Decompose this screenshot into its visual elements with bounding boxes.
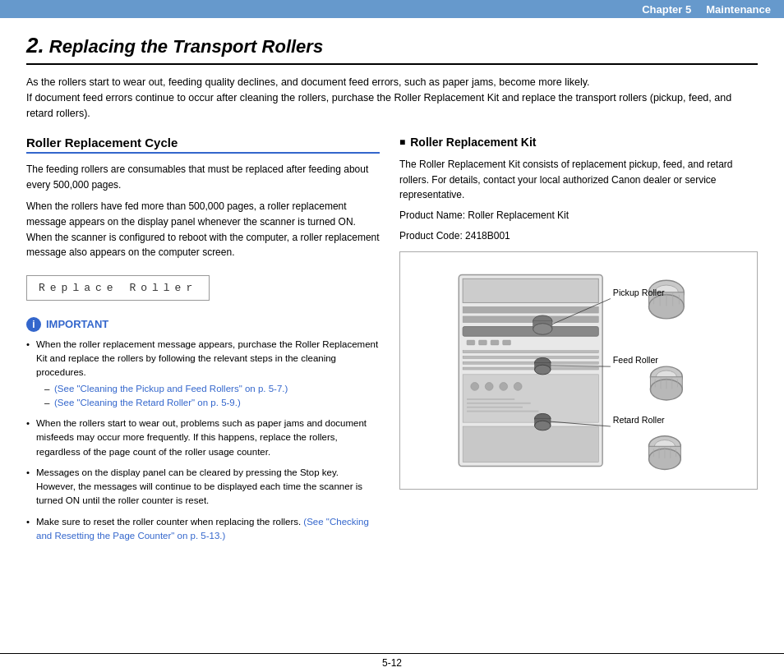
svg-rect-3 <box>463 316 598 323</box>
list-item: Make sure to reset the roller counter wh… <box>26 515 380 544</box>
left-column: Roller Replacement Cycle The feeding rol… <box>26 136 380 550</box>
svg-rect-9 <box>463 351 598 353</box>
svg-point-33 <box>535 421 551 430</box>
svg-rect-7 <box>491 340 499 345</box>
svg-rect-12 <box>463 367 598 370</box>
svg-rect-8 <box>503 340 511 345</box>
svg-rect-10 <box>463 357 598 359</box>
product-name: Product Name: Roller Replacement Kit <box>399 208 758 223</box>
kit-heading: Roller Replacement Kit <box>399 136 758 149</box>
svg-text:Pickup Roller: Pickup Roller <box>613 288 665 297</box>
scanner-illustration: Pickup Roller Feed Roller Retard Roller <box>407 259 750 482</box>
svg-point-17 <box>514 383 522 391</box>
svg-text:Feed Roller: Feed Roller <box>613 355 659 365</box>
sub-list-1: (See "Cleaning the Pickup and Feed Rolle… <box>44 382 380 411</box>
svg-rect-4 <box>463 327 598 337</box>
roller-diagram: Pickup Roller Feed Roller Retard Roller <box>399 251 758 490</box>
svg-rect-2 <box>463 307 598 314</box>
sub-list-item: (See "Cleaning the Retard Roller" on p. … <box>44 396 380 410</box>
right-column: Roller Replacement Kit The Roller Replac… <box>399 136 758 550</box>
svg-rect-1 <box>463 279 598 303</box>
svg-rect-22 <box>463 426 598 463</box>
section-label: Maintenance <box>706 3 771 16</box>
important-label: i IMPORTANT <box>26 317 380 332</box>
display-panel-box: Replace Roller <box>26 275 210 301</box>
item-text-1: When the roller replacement message appe… <box>36 339 378 378</box>
header-bar: Chapter 5 Maintenance <box>0 0 784 18</box>
list-item: When the roller replacement message appe… <box>26 338 380 410</box>
page-number: 5-12 <box>382 657 402 669</box>
display-panel-text: Replace Roller <box>39 282 197 294</box>
link-cleaning-pickup[interactable]: (See "Cleaning the Pickup and Feed Rolle… <box>54 384 288 394</box>
main-content: 2. Replacing the Transport Rollers As th… <box>0 18 784 550</box>
list-item: Messages on the display panel can be cle… <box>26 466 380 509</box>
svg-rect-21 <box>467 411 538 412</box>
svg-point-25 <box>533 324 552 335</box>
section-title: Replacing the Transport Rollers <box>49 36 323 57</box>
important-icon: i <box>26 317 41 332</box>
page-footer: 5-12 <box>0 653 784 672</box>
svg-point-14 <box>471 383 479 391</box>
svg-point-16 <box>500 383 508 391</box>
svg-rect-19 <box>467 403 531 404</box>
intro-line-2: If document feed errors continue to occu… <box>26 92 731 119</box>
svg-rect-5 <box>467 340 475 345</box>
section-number: 2. <box>26 33 44 58</box>
product-code: Product Code: 2418B001 <box>399 228 758 244</box>
svg-text:Retard Roller: Retard Roller <box>613 415 665 425</box>
list-item: When the rollers start to wear out, prob… <box>26 417 380 459</box>
two-column-layout: Roller Replacement Cycle The feeding rol… <box>26 136 758 550</box>
intro-text: As the rollers start to wear out, feedin… <box>26 75 758 121</box>
svg-point-15 <box>485 383 493 391</box>
important-list: When the roller replacement message appe… <box>26 338 380 543</box>
left-section-heading: Roller Replacement Cycle <box>26 136 380 154</box>
svg-rect-20 <box>467 407 523 408</box>
svg-rect-6 <box>479 340 487 345</box>
link-cleaning-retard[interactable]: (See "Cleaning the Retard Roller" on p. … <box>54 398 241 407</box>
svg-rect-18 <box>467 398 514 400</box>
sub-list-item: (See "Cleaning the Pickup and Feed Rolle… <box>44 382 380 396</box>
kit-description: The Roller Replacement Kit consists of r… <box>399 157 758 203</box>
svg-point-29 <box>535 365 551 375</box>
important-section: i IMPORTANT When the roller replacement … <box>26 317 380 543</box>
left-para-2: When the rollers have fed more than 500,… <box>26 199 380 260</box>
chapter-title: 2. Replacing the Transport Rollers <box>26 33 758 65</box>
svg-rect-11 <box>463 362 598 365</box>
intro-line-1: As the rollers start to wear out, feedin… <box>26 76 590 88</box>
link-page-counter[interactable]: (See "Checking and Resetting the Page Co… <box>36 517 369 541</box>
important-label-text: IMPORTANT <box>46 318 108 330</box>
chapter-header-label: Chapter 5 Maintenance <box>642 3 771 16</box>
chapter-number: Chapter 5 <box>642 3 691 16</box>
left-para-1: The feeding rollers are consumables that… <box>26 162 380 192</box>
